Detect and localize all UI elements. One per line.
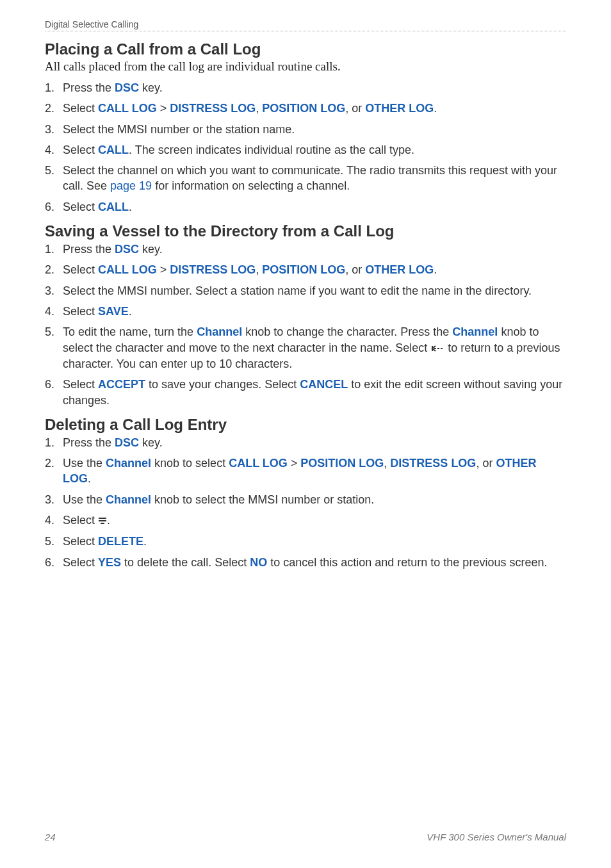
ui-label-channel: Channel xyxy=(452,325,498,338)
ui-label-distress-log: DISTRESS LOG xyxy=(170,102,256,115)
ui-label-channel: Channel xyxy=(106,457,151,470)
list-item: Select YES to delete the call. Select NO… xyxy=(45,555,566,570)
steps-saving-vessel: Press the DSC key. Select CALL LOG > DIS… xyxy=(45,242,566,408)
list-item: Press the DSC key. xyxy=(45,242,566,257)
text: key. xyxy=(139,243,163,256)
text: , xyxy=(256,102,262,115)
ui-label-call-log: CALL LOG xyxy=(98,102,157,115)
ui-label-call-log: CALL LOG xyxy=(98,263,157,276)
text: > xyxy=(288,457,301,470)
ui-label-cancel: CANCEL xyxy=(300,378,348,391)
list-item: Select ACCEPT to save your changes. Sele… xyxy=(45,377,566,408)
text: Select xyxy=(63,514,98,527)
back-arrow-icon xyxy=(430,341,444,356)
list-item: Press the DSC key. xyxy=(45,80,566,95)
text: Press the xyxy=(63,436,115,449)
list-item: Select DELETE. xyxy=(45,534,566,549)
text: knob to select the MMSI number or statio… xyxy=(151,493,374,506)
text: . xyxy=(129,201,132,213)
ui-label-call: CALL xyxy=(98,143,129,156)
text: , or xyxy=(476,457,496,470)
ui-label-call-log: CALL LOG xyxy=(229,457,288,470)
text: Select xyxy=(63,263,98,276)
text: . xyxy=(434,102,437,115)
text: . xyxy=(107,514,110,527)
list-item: Select CALL. xyxy=(45,199,566,215)
list-item: Use the Channel knob to select the MMSI … xyxy=(45,492,566,507)
text: Use the xyxy=(63,493,106,506)
page-number: 24 xyxy=(45,831,56,842)
svg-rect-4 xyxy=(101,523,104,524)
text: Select the MMSI number or the station na… xyxy=(63,123,295,136)
ui-label-save: SAVE xyxy=(98,305,129,318)
svg-rect-2 xyxy=(99,518,106,519)
text: To edit the name, turn the xyxy=(63,325,197,338)
steps-deleting-entry: Press the DSC key. Use the Channel knob … xyxy=(45,435,566,570)
heading-saving-vessel: Saving a Vessel to the Directory from a … xyxy=(45,222,566,240)
text: Press the xyxy=(63,81,115,94)
list-item: Select . xyxy=(45,512,566,528)
text: key. xyxy=(139,81,163,94)
text: . xyxy=(434,263,437,276)
ui-label-position-log: POSITION LOG xyxy=(262,102,345,115)
text: Select xyxy=(63,143,98,156)
list-item: Select the MMSI number. Select a station… xyxy=(45,283,566,299)
text: , xyxy=(256,263,262,276)
list-item: Select the channel on which you want to … xyxy=(45,163,566,194)
ui-label-other-log: OTHER LOG xyxy=(365,263,434,276)
text: knob to change the character. Press the xyxy=(242,325,452,338)
page-footer: 24 VHF 300 Series Owner's Manual xyxy=(45,831,566,842)
link-page-19[interactable]: page 19 xyxy=(110,179,152,192)
list-item: Select the MMSI number or the station na… xyxy=(45,122,566,137)
ui-label-delete: DELETE xyxy=(98,535,143,548)
ui-label-channel: Channel xyxy=(197,325,242,338)
document-title: VHF 300 Series Owner's Manual xyxy=(427,831,566,842)
text: . xyxy=(129,305,132,318)
text: Select xyxy=(63,535,98,548)
text: key. xyxy=(139,436,163,449)
text: Select xyxy=(63,305,98,318)
heading-placing-call: Placing a Call from a Call Log xyxy=(45,40,566,58)
text: Select xyxy=(63,556,98,569)
steps-placing-call: Press the DSC key. Select CALL LOG > DIS… xyxy=(45,80,566,215)
heading-deleting-entry: Deleting a Call Log Entry xyxy=(45,416,566,434)
list-item: Use the Channel knob to select CALL LOG … xyxy=(45,455,566,487)
ui-label-position-log: POSITION LOG xyxy=(300,457,384,470)
ui-label-call: CALL xyxy=(98,201,129,213)
text: to delete the call. Select xyxy=(121,556,250,569)
text: knob to select xyxy=(151,457,229,470)
text: , or xyxy=(345,102,365,115)
text: , or xyxy=(345,263,365,276)
ui-label-channel: Channel xyxy=(106,493,151,506)
ui-label-distress-log: DISTRESS LOG xyxy=(170,263,256,276)
menu-icon xyxy=(98,513,107,528)
text: to cancel this action and return to the … xyxy=(267,556,547,569)
text: . The screen indicates individual routin… xyxy=(129,143,414,156)
ui-label-dsc: DSC xyxy=(115,436,139,449)
text: . xyxy=(143,535,147,548)
list-item: Press the DSC key. xyxy=(45,435,566,450)
list-item: To edit the name, turn the Channel knob … xyxy=(45,324,566,372)
list-item: Select CALL LOG > DISTRESS LOG, POSITION… xyxy=(45,262,566,277)
list-item: Select SAVE. xyxy=(45,304,566,319)
ui-label-other-log: OTHER LOG xyxy=(365,102,434,115)
list-item: Select CALL. The screen indicates indivi… xyxy=(45,142,566,158)
text: Press the xyxy=(63,243,115,256)
text: Select the MMSI number. Select a station… xyxy=(63,284,532,297)
running-header: Digital Selective Calling xyxy=(45,19,566,31)
ui-label-dsc: DSC xyxy=(115,243,139,256)
text: Use the xyxy=(63,457,106,470)
text: to save your changes. Select xyxy=(145,378,300,391)
text: Select xyxy=(63,378,98,391)
text: for information on selecting a channel. xyxy=(152,179,350,192)
text: Select xyxy=(63,102,98,115)
intro-text: All calls placed from the call log are i… xyxy=(45,60,566,74)
ui-label-accept: ACCEPT xyxy=(98,378,145,391)
text: . xyxy=(88,472,91,485)
ui-label-distress-log: DISTRESS LOG xyxy=(390,457,476,470)
ui-label-yes: YES xyxy=(98,556,121,569)
text: > xyxy=(157,102,170,115)
ui-label-position-log: POSITION LOG xyxy=(262,263,345,276)
ui-label-no: NO xyxy=(250,556,267,569)
text: Select xyxy=(63,201,98,213)
